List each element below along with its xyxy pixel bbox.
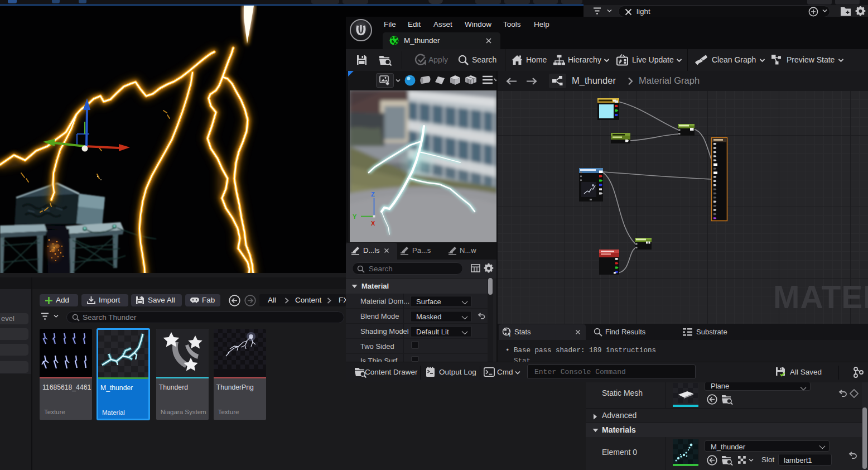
svg-text:i: i — [509, 332, 511, 337]
svg-text:Z: Z — [371, 191, 375, 198]
svg-text:Y: Y — [353, 213, 357, 220]
svg-text:X: X — [371, 220, 375, 227]
